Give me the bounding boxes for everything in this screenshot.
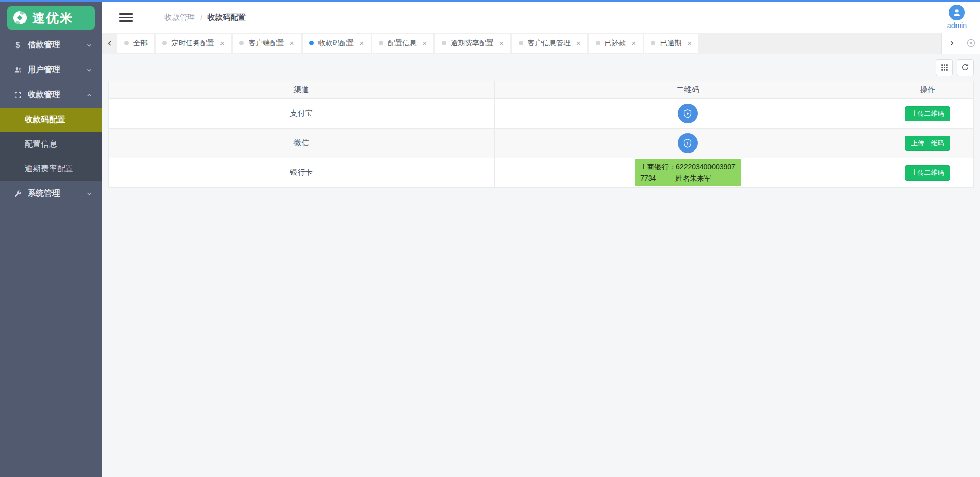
close-icon[interactable]: × [360, 39, 364, 47]
table-row-alipay: 支付宝 上传二维码 [109, 99, 973, 129]
menu-toggle-icon[interactable] [119, 11, 133, 24]
chevron-down-icon [86, 190, 93, 197]
tab-customer-info-management[interactable]: 客户信息管理 × [512, 34, 587, 53]
table-row-bankcard: 银行卡 工商银行：622203400003907 7734 姓名朱来军 上传二维… [109, 158, 973, 188]
close-icon[interactable]: × [499, 39, 504, 47]
breadcrumb-parent[interactable]: 收款管理 [164, 13, 195, 22]
sidebar-item-label: 用户管理 [28, 65, 60, 76]
close-icon[interactable]: × [632, 39, 636, 47]
sidebar-item-config-info[interactable]: 配置信息 [0, 132, 102, 157]
close-icon[interactable]: × [576, 39, 581, 47]
sidebar-item-label: 借款管理 [28, 40, 60, 51]
sidebar-item-payment-code-config[interactable]: 收款码配置 [0, 108, 102, 132]
column-settings-button[interactable] [936, 59, 953, 76]
tab-label: 客户端配置 [249, 39, 284, 48]
tab-overdue[interactable]: 已逾期 × [644, 34, 698, 53]
qr-image-placeholder-icon[interactable] [678, 104, 698, 123]
sidebar-item-system-management[interactable]: 系统管理 [0, 181, 102, 206]
tab-all[interactable]: 全部 [117, 34, 154, 53]
logo-text: 速优米 [32, 10, 74, 27]
top-header: 收款管理 / 收款码配置 admin [102, 2, 980, 33]
tab-label: 客户信息管理 [528, 39, 571, 48]
action-cell: 上传二维码 [881, 99, 973, 128]
submenu-item-label: 收款码配置 [24, 115, 65, 125]
refresh-icon [961, 63, 969, 71]
user-menu[interactable]: admin [947, 5, 967, 30]
submenu-item-label: 逾期费率配置 [24, 164, 74, 174]
scan-icon [11, 91, 24, 99]
tab-overdue-rate-config[interactable]: 逾期费率配置 × [435, 34, 510, 53]
channel-cell: 微信 [109, 129, 495, 158]
tabbar-filler [698, 33, 941, 54]
sidebar-item-overdue-rate-config[interactable]: 逾期费率配置 [0, 157, 102, 181]
user-icon [952, 8, 962, 17]
grid-icon [941, 64, 948, 71]
bank-account-line1: 工商银行：622203400003907 [640, 162, 736, 173]
tab-label: 收款码配置 [318, 39, 354, 48]
chevron-down-icon [86, 42, 93, 49]
tab-scheduled-task-config[interactable]: 定时任务配置 × [156, 34, 231, 53]
bank-account-line2: 7734 姓名朱来军 [640, 173, 736, 184]
close-icon[interactable]: × [687, 39, 692, 47]
refresh-button[interactable] [957, 59, 974, 76]
qr-image-placeholder-icon[interactable] [678, 133, 698, 153]
close-icon[interactable]: × [220, 39, 225, 47]
breadcrumb-separator: / [200, 13, 202, 22]
wrench-icon [11, 190, 24, 198]
tabs-scroll-right-icon[interactable] [941, 33, 962, 54]
submenu-item-label: 配置信息 [24, 139, 57, 150]
table-toolbar [102, 54, 980, 81]
app-logo[interactable]: 速优米 [7, 6, 95, 30]
tab-client-config[interactable]: 客户端配置 × [233, 34, 301, 53]
upload-qrcode-button[interactable]: 上传二维码 [905, 106, 950, 121]
sidebar: 速优米 $ 借款管理 用户管理 [0, 2, 102, 477]
tab-status-dot [239, 41, 244, 45]
tab-label: 全部 [133, 39, 148, 48]
tab-status-dot [124, 41, 129, 45]
tab-label: 定时任务配置 [172, 39, 214, 48]
sidebar-item-label: 收款管理 [28, 90, 60, 101]
tab-label: 逾期费率配置 [451, 39, 494, 48]
tabs-scroll-left-icon[interactable] [102, 33, 117, 54]
close-icon[interactable]: × [422, 39, 427, 47]
column-header-action: 操作 [881, 81, 973, 98]
tab-status-dot [651, 41, 655, 45]
tab-config-info[interactable]: 配置信息 × [372, 34, 433, 53]
qrcode-cell [495, 99, 882, 128]
tab-status-dot [162, 41, 167, 45]
username-label: admin [947, 21, 967, 30]
breadcrumb: 收款管理 / 收款码配置 [164, 13, 246, 22]
sidebar-item-loan-management[interactable]: $ 借款管理 [0, 33, 102, 58]
channel-cell: 银行卡 [109, 158, 495, 187]
bank-account-holder: 姓名朱来军 [675, 173, 711, 184]
logo-coin-icon [12, 10, 28, 26]
table-header-row: 渠道 二维码 操作 [109, 81, 973, 99]
tab-status-dot [519, 41, 523, 45]
breadcrumb-current: 收款码配置 [207, 13, 246, 22]
table-row-wechat: 微信 上传二维码 [109, 129, 973, 158]
chevron-up-icon [86, 92, 93, 99]
payment-submenu: 收款码配置 配置信息 逾期费率配置 [0, 108, 102, 181]
tab-repaid[interactable]: 已还款 × [589, 34, 643, 53]
sidebar-item-user-management[interactable]: 用户管理 [0, 58, 102, 83]
close-all-tabs-icon[interactable] [962, 33, 980, 54]
action-cell: 上传二维码 [881, 129, 973, 158]
sidebar-item-label: 系统管理 [28, 188, 60, 199]
upload-qrcode-button[interactable]: 上传二维码 [905, 165, 950, 181]
tab-payment-code-config[interactable]: 收款码配置 × [303, 34, 371, 53]
upload-qrcode-button[interactable]: 上传二维码 [905, 136, 950, 151]
tab-status-dot [596, 41, 600, 45]
tab-label: 已逾期 [660, 39, 681, 48]
action-cell: 上传二维码 [881, 158, 973, 187]
sidebar-item-payment-management[interactable]: 收款管理 [0, 83, 102, 108]
avatar[interactable] [949, 5, 965, 20]
qrcode-cell [495, 129, 882, 158]
tab-label: 配置信息 [388, 39, 416, 48]
qrcode-cell: 工商银行：622203400003907 7734 姓名朱来军 [495, 158, 882, 187]
close-icon[interactable]: × [290, 39, 295, 47]
main-area: 收款管理 / 收款码配置 admin 全部 [102, 2, 980, 477]
chevron-down-icon [86, 67, 93, 74]
tab-label: 已还款 [605, 39, 626, 48]
users-icon [11, 66, 24, 74]
tabbar-right-controls [941, 33, 980, 54]
